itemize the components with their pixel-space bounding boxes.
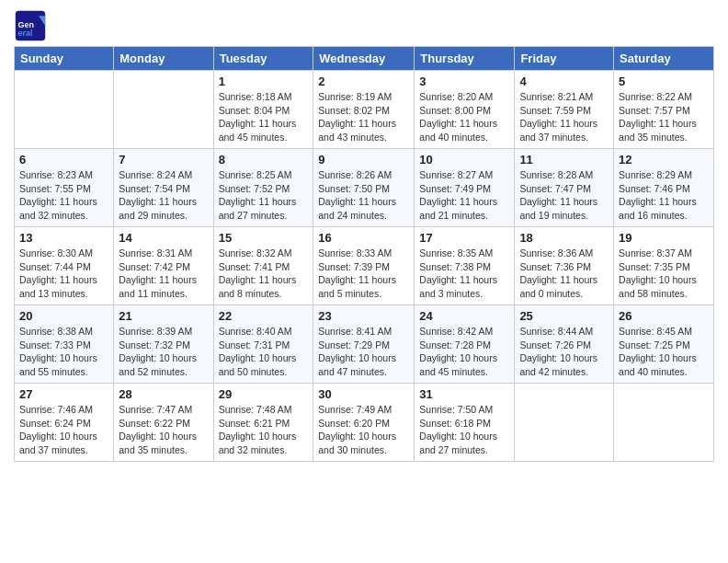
day-number: 15 xyxy=(219,231,309,245)
calendar-week-row: 1Sunrise: 8:18 AMSunset: 8:04 PMDaylight… xyxy=(15,71,714,149)
calendar-cell: 7Sunrise: 8:24 AMSunset: 7:54 PMDaylight… xyxy=(114,149,213,227)
day-number: 11 xyxy=(519,153,609,167)
calendar-cell: 20Sunrise: 8:38 AMSunset: 7:33 PMDayligh… xyxy=(15,305,114,384)
day-number: 17 xyxy=(419,231,509,245)
calendar-cell: 22Sunrise: 8:40 AMSunset: 7:31 PMDayligh… xyxy=(213,305,313,384)
calendar-table: SundayMondayTuesdayWednesdayThursdayFrid… xyxy=(14,46,714,462)
day-info: Sunrise: 8:26 AMSunset: 7:50 PMDaylight:… xyxy=(318,168,409,223)
day-info: Sunrise: 7:50 AMSunset: 6:18 PMDaylight:… xyxy=(419,403,509,457)
day-info: Sunrise: 7:48 AMSunset: 6:21 PMDaylight:… xyxy=(219,403,309,457)
day-of-week-header: Sunday xyxy=(15,47,114,71)
day-info: Sunrise: 7:47 AMSunset: 6:22 PMDaylight:… xyxy=(119,403,208,457)
day-info: Sunrise: 8:41 AMSunset: 7:29 PMDaylight:… xyxy=(318,325,409,379)
calendar-week-row: 20Sunrise: 8:38 AMSunset: 7:33 PMDayligh… xyxy=(15,305,714,384)
day-info: Sunrise: 8:32 AMSunset: 7:41 PMDaylight:… xyxy=(219,247,309,301)
day-number: 10 xyxy=(419,153,509,167)
day-info: Sunrise: 8:44 AMSunset: 7:26 PMDaylight:… xyxy=(519,325,609,379)
day-of-week-header: Tuesday xyxy=(213,47,313,71)
day-info: Sunrise: 8:22 AMSunset: 7:57 PMDaylight:… xyxy=(619,90,709,144)
calendar-cell: 18Sunrise: 8:36 AMSunset: 7:36 PMDayligh… xyxy=(515,227,614,305)
calendar-cell: 17Sunrise: 8:35 AMSunset: 7:38 PMDayligh… xyxy=(415,227,515,305)
day-number: 18 xyxy=(519,231,609,245)
day-of-week-header: Wednesday xyxy=(313,47,415,71)
day-number: 28 xyxy=(119,387,208,401)
calendar-cell: 16Sunrise: 8:33 AMSunset: 7:39 PMDayligh… xyxy=(313,227,415,305)
calendar-cell: 12Sunrise: 8:29 AMSunset: 7:46 PMDayligh… xyxy=(614,149,714,227)
logo-icon: Gen eral xyxy=(14,9,47,42)
day-info: Sunrise: 8:45 AMSunset: 7:25 PMDaylight:… xyxy=(619,325,709,379)
calendar-cell: 23Sunrise: 8:41 AMSunset: 7:29 PMDayligh… xyxy=(313,305,415,384)
day-number: 31 xyxy=(419,387,509,401)
day-info: Sunrise: 8:38 AMSunset: 7:33 PMDaylight:… xyxy=(19,325,108,379)
day-number: 26 xyxy=(619,309,709,323)
day-number: 16 xyxy=(318,231,409,245)
calendar-cell xyxy=(614,384,714,462)
calendar-cell: 29Sunrise: 7:48 AMSunset: 6:21 PMDayligh… xyxy=(213,384,313,462)
day-number: 1 xyxy=(219,75,309,88)
day-number: 29 xyxy=(219,387,309,401)
calendar-cell: 21Sunrise: 8:39 AMSunset: 7:32 PMDayligh… xyxy=(114,305,213,384)
day-info: Sunrise: 8:28 AMSunset: 7:47 PMDaylight:… xyxy=(519,168,609,223)
day-number: 13 xyxy=(19,231,108,245)
calendar-cell: 27Sunrise: 7:46 AMSunset: 6:24 PMDayligh… xyxy=(15,384,114,462)
day-info: Sunrise: 8:24 AMSunset: 7:54 PMDaylight:… xyxy=(119,168,208,223)
calendar-cell: 10Sunrise: 8:27 AMSunset: 7:49 PMDayligh… xyxy=(415,149,515,227)
day-info: Sunrise: 8:40 AMSunset: 7:31 PMDaylight:… xyxy=(219,325,309,379)
day-info: Sunrise: 8:33 AMSunset: 7:39 PMDaylight:… xyxy=(318,247,409,301)
logo: Gen eral xyxy=(14,9,49,42)
day-info: Sunrise: 8:39 AMSunset: 7:32 PMDaylight:… xyxy=(119,325,208,379)
svg-text:eral: eral xyxy=(18,29,33,38)
day-number: 30 xyxy=(318,387,409,401)
calendar-cell: 2Sunrise: 8:19 AMSunset: 8:02 PMDaylight… xyxy=(313,71,415,149)
calendar-cell: 15Sunrise: 8:32 AMSunset: 7:41 PMDayligh… xyxy=(213,227,313,305)
day-number: 21 xyxy=(119,309,208,323)
calendar-cell: 13Sunrise: 8:30 AMSunset: 7:44 PMDayligh… xyxy=(15,227,114,305)
calendar-cell: 19Sunrise: 8:37 AMSunset: 7:35 PMDayligh… xyxy=(614,227,714,305)
day-number: 2 xyxy=(318,75,409,88)
day-number: 27 xyxy=(19,387,108,401)
page-header: Gen eral xyxy=(14,9,714,42)
calendar-cell: 11Sunrise: 8:28 AMSunset: 7:47 PMDayligh… xyxy=(515,149,614,227)
calendar-cell: 14Sunrise: 8:31 AMSunset: 7:42 PMDayligh… xyxy=(114,227,213,305)
day-info: Sunrise: 8:42 AMSunset: 7:28 PMDaylight:… xyxy=(419,325,509,379)
day-info: Sunrise: 8:21 AMSunset: 7:59 PMDaylight:… xyxy=(519,90,609,144)
day-number: 6 xyxy=(19,153,108,167)
day-info: Sunrise: 8:27 AMSunset: 7:49 PMDaylight:… xyxy=(419,168,509,223)
day-info: Sunrise: 8:31 AMSunset: 7:42 PMDaylight:… xyxy=(119,247,208,301)
day-info: Sunrise: 7:49 AMSunset: 6:20 PMDaylight:… xyxy=(318,403,409,457)
day-number: 12 xyxy=(619,153,709,167)
day-number: 23 xyxy=(318,309,409,323)
day-of-week-header: Saturday xyxy=(614,47,714,71)
day-info: Sunrise: 8:29 AMSunset: 7:46 PMDaylight:… xyxy=(619,168,709,223)
day-number: 5 xyxy=(619,75,709,88)
day-number: 7 xyxy=(119,153,208,167)
day-info: Sunrise: 8:20 AMSunset: 8:00 PMDaylight:… xyxy=(419,90,509,144)
day-info: Sunrise: 8:18 AMSunset: 8:04 PMDaylight:… xyxy=(219,90,309,144)
day-number: 20 xyxy=(19,309,108,323)
day-number: 9 xyxy=(318,153,409,167)
calendar-cell xyxy=(515,384,614,462)
day-info: Sunrise: 8:37 AMSunset: 7:35 PMDaylight:… xyxy=(619,247,709,301)
calendar-week-row: 13Sunrise: 8:30 AMSunset: 7:44 PMDayligh… xyxy=(15,227,714,305)
day-info: Sunrise: 8:19 AMSunset: 8:02 PMDaylight:… xyxy=(318,90,409,144)
calendar-cell: 31Sunrise: 7:50 AMSunset: 6:18 PMDayligh… xyxy=(415,384,515,462)
day-number: 4 xyxy=(519,75,609,88)
day-of-week-header: Friday xyxy=(515,47,614,71)
day-number: 14 xyxy=(119,231,208,245)
day-number: 3 xyxy=(419,75,509,88)
calendar-cell: 3Sunrise: 8:20 AMSunset: 8:00 PMDaylight… xyxy=(415,71,515,149)
day-number: 22 xyxy=(219,309,309,323)
calendar-cell: 6Sunrise: 8:23 AMSunset: 7:55 PMDaylight… xyxy=(15,149,114,227)
calendar-week-row: 6Sunrise: 8:23 AMSunset: 7:55 PMDaylight… xyxy=(15,149,714,227)
day-info: Sunrise: 8:25 AMSunset: 7:52 PMDaylight:… xyxy=(219,168,309,223)
day-number: 19 xyxy=(619,231,709,245)
calendar-cell: 8Sunrise: 8:25 AMSunset: 7:52 PMDaylight… xyxy=(213,149,313,227)
calendar-week-row: 27Sunrise: 7:46 AMSunset: 6:24 PMDayligh… xyxy=(15,384,714,462)
calendar-cell: 1Sunrise: 8:18 AMSunset: 8:04 PMDaylight… xyxy=(213,71,313,149)
day-number: 8 xyxy=(219,153,309,167)
day-of-week-header: Thursday xyxy=(415,47,515,71)
calendar-cell: 26Sunrise: 8:45 AMSunset: 7:25 PMDayligh… xyxy=(614,305,714,384)
calendar-cell: 28Sunrise: 7:47 AMSunset: 6:22 PMDayligh… xyxy=(114,384,213,462)
calendar-cell: 5Sunrise: 8:22 AMSunset: 7:57 PMDaylight… xyxy=(614,71,714,149)
day-info: Sunrise: 7:46 AMSunset: 6:24 PMDaylight:… xyxy=(19,403,108,457)
